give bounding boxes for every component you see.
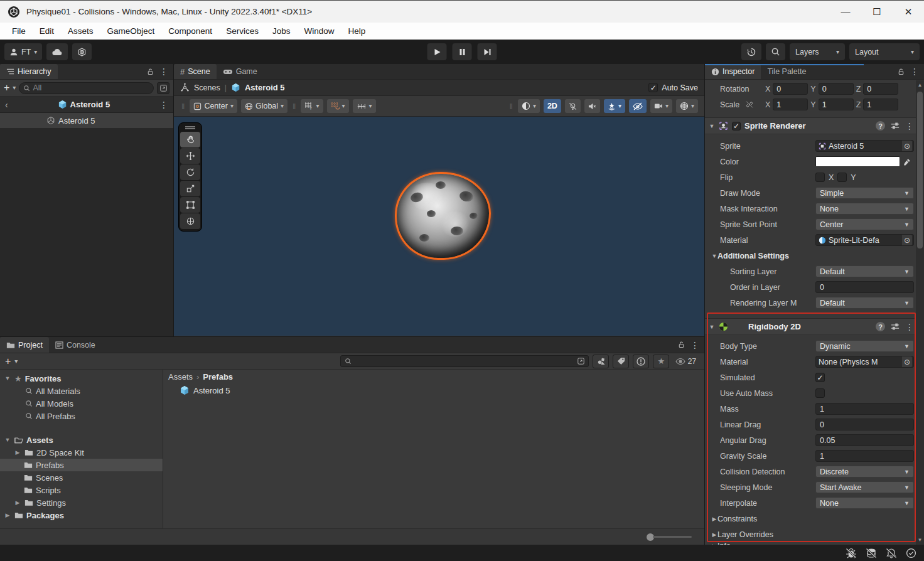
interpolate-dropdown[interactable]: None▼ xyxy=(815,497,914,509)
scale-x-field[interactable]: 1 xyxy=(773,99,808,110)
minimize-button[interactable]: — xyxy=(830,1,861,23)
sprite-sort-point-dropdown[interactable]: Center▼ xyxy=(815,218,914,230)
rendering-layer-dropdown[interactable]: Default▼ xyxy=(815,297,914,309)
draw-mode-dropdown[interactable]: Simple▼ xyxy=(815,187,914,199)
rb-material-object-field[interactable]: None (Physics M ⊙ xyxy=(815,356,914,368)
material-object-field[interactable]: Sprite-Lit-Defa ⊙ xyxy=(815,234,914,246)
foldout-open-icon[interactable]: ▼ xyxy=(4,375,11,382)
object-picker-icon[interactable]: ⊙ xyxy=(902,235,912,245)
search-by-type-button[interactable] xyxy=(593,355,609,368)
foldout-open-icon[interactable]: ▼ xyxy=(709,123,715,129)
tree-favorites[interactable]: ▼ ★ Favorites xyxy=(0,372,163,385)
breadcrumb-assets[interactable]: Assets xyxy=(168,372,193,382)
rect-tool[interactable] xyxy=(180,197,200,213)
menu-file[interactable]: File xyxy=(5,23,33,40)
tools-drag-handle[interactable] xyxy=(185,126,195,129)
chevron-down-icon[interactable]: ▾ xyxy=(342,103,345,109)
shading-mode-dropdown[interactable]: ▾ xyxy=(518,99,540,113)
flip-x-checkbox[interactable] xyxy=(815,173,825,182)
menu-gameobject[interactable]: GameObject xyxy=(100,23,162,40)
scene-viewport[interactable] xyxy=(174,117,704,336)
tree-all-prefabs[interactable]: All Prefabs xyxy=(0,410,163,422)
step-button[interactable] xyxy=(478,43,497,60)
foldout-closed-icon[interactable]: ▶ xyxy=(14,500,21,506)
auto-save-toggle[interactable]: ✓ Auto Save xyxy=(648,83,698,92)
tab-project[interactable]: Project xyxy=(0,337,49,353)
gravity-scale-field[interactable]: 1 xyxy=(815,450,914,462)
scene-effects-dropdown[interactable]: ▾ xyxy=(604,99,625,113)
global-search-button[interactable] xyxy=(766,43,785,60)
rigidbody-2d-header[interactable]: ▼ Rigidbody 2D ? ⋮ xyxy=(705,318,924,335)
grid-visibility-button[interactable]: Y ▾ xyxy=(301,99,323,113)
foldout-open-icon[interactable]: ▼ xyxy=(4,437,11,443)
add-asset-button[interactable]: + xyxy=(5,356,11,367)
eyedropper-button[interactable] xyxy=(900,156,914,167)
grid-snapping-button[interactable]: ▾ xyxy=(327,99,349,113)
simulated-checkbox[interactable]: ✓ xyxy=(815,373,825,382)
object-picker-icon[interactable]: ⊙ xyxy=(902,141,912,151)
tool-handle-rotation-dropdown[interactable]: Global ▾ xyxy=(241,99,287,113)
rotation-y-field[interactable]: 0 xyxy=(819,83,854,95)
lock-icon[interactable] xyxy=(897,68,905,76)
scroll-down-icon[interactable]: ▼ xyxy=(916,537,924,543)
foldout-closed-icon[interactable]: ▶ xyxy=(4,512,11,518)
cloud-button[interactable] xyxy=(46,43,68,60)
inspector-scrollbar[interactable]: ▲ ▼ xyxy=(916,80,924,545)
tab-scene[interactable]: # Scene xyxy=(174,64,217,79)
tree-scenes[interactable]: Scenes xyxy=(0,471,163,484)
picker-window-icon[interactable] xyxy=(578,358,584,365)
auto-save-checkbox[interactable]: ✓ xyxy=(648,83,658,92)
rotation-z-field[interactable]: 0 xyxy=(863,83,898,95)
version-control-button[interactable] xyxy=(72,43,92,60)
menu-jobs[interactable]: Jobs xyxy=(266,23,298,40)
snap-increment-button[interactable]: ▾ xyxy=(353,99,376,113)
rotate-tool[interactable] xyxy=(180,164,200,180)
layers-dropdown[interactable]: Layers ▾ xyxy=(790,43,845,60)
tab-game[interactable]: Game xyxy=(217,64,264,79)
component-enabled-checkbox[interactable]: ✓ xyxy=(732,122,741,131)
prefab-root-item[interactable]: Asteroid 5 xyxy=(8,100,159,109)
layout-dropdown[interactable]: Layout ▾ xyxy=(849,43,920,60)
chevron-down-icon[interactable]: ▾ xyxy=(691,103,694,109)
account-button[interactable]: FT ▾ xyxy=(4,43,42,60)
chevron-down-icon[interactable]: ▾ xyxy=(618,103,621,109)
move-tool[interactable] xyxy=(180,148,200,164)
flip-y-checkbox[interactable] xyxy=(837,173,847,182)
presets-icon[interactable] xyxy=(891,323,900,331)
kebab-menu-icon[interactable]: ⋮ xyxy=(905,322,914,332)
foldout-open-icon[interactable]: ▼ xyxy=(709,324,715,330)
sprite-renderer-header[interactable]: ▼ ✓ Sprite Renderer ? ⋮ xyxy=(705,117,924,134)
notifications-muted-icon[interactable] xyxy=(886,548,897,558)
link-broken-icon[interactable] xyxy=(745,100,754,109)
play-button[interactable] xyxy=(427,43,447,60)
tree-scripts[interactable]: Scripts xyxy=(0,484,163,496)
help-icon[interactable]: ? xyxy=(876,322,885,331)
2d-mode-button[interactable]: 2D xyxy=(544,99,561,113)
object-picker-icon[interactable]: ⊙ xyxy=(902,356,912,367)
chevron-down-icon[interactable]: ▾ xyxy=(369,103,372,109)
asteroid-sprite[interactable] xyxy=(395,172,491,260)
mask-interaction-dropdown[interactable]: None▼ xyxy=(815,203,914,215)
order-in-layer-field[interactable]: 0 xyxy=(815,281,914,293)
sleeping-mode-dropdown[interactable]: Start Awake▼ xyxy=(815,481,914,493)
use-auto-mass-checkbox[interactable] xyxy=(815,388,825,398)
menu-component[interactable]: Component xyxy=(161,23,219,40)
lock-icon[interactable] xyxy=(677,341,685,349)
chevron-down-icon[interactable]: ▾ xyxy=(13,85,16,91)
view-hand-tool[interactable] xyxy=(180,132,200,147)
tree-packages[interactable]: ▶ Packages xyxy=(0,509,163,521)
debugger-detached-icon[interactable] xyxy=(846,548,857,558)
undo-history-button[interactable] xyxy=(741,43,761,60)
angular-drag-field[interactable]: 0.05 xyxy=(815,434,914,446)
add-object-button[interactable]: + xyxy=(4,82,9,94)
kebab-menu-icon[interactable]: ⋮ xyxy=(690,340,699,350)
foldout-closed-icon[interactable]: ▶ xyxy=(14,449,21,456)
tree-all-materials[interactable]: All Materials xyxy=(0,385,163,397)
rotation-x-field[interactable]: 0 xyxy=(773,83,808,95)
camera-settings-dropdown[interactable]: ▾ xyxy=(650,99,672,113)
collision-detection-dropdown[interactable]: Discrete▼ xyxy=(815,466,914,478)
chevron-down-icon[interactable]: ▾ xyxy=(14,358,18,365)
tree-settings[interactable]: ▶ Settings xyxy=(0,496,163,509)
help-icon[interactable]: ? xyxy=(876,121,885,131)
menu-window[interactable]: Window xyxy=(297,23,341,40)
